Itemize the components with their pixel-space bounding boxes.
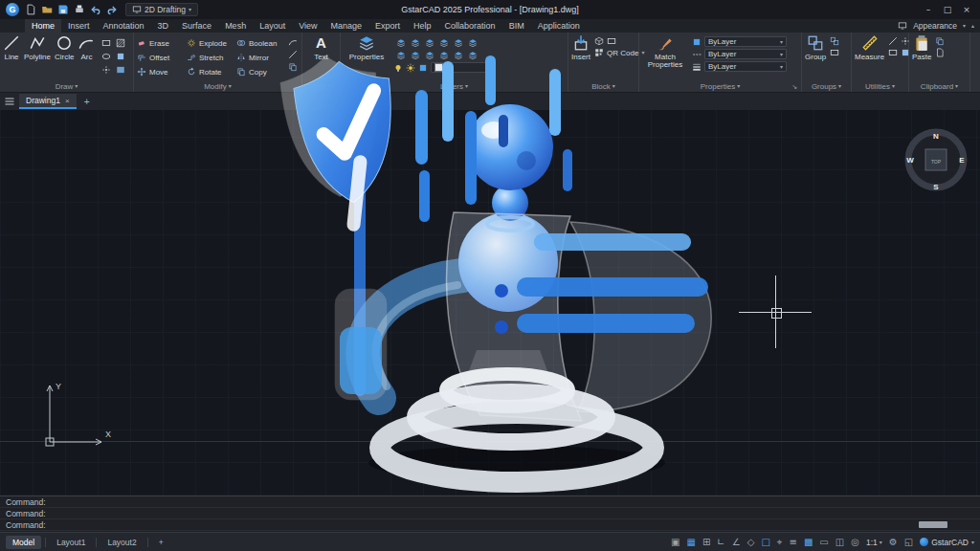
quick-select-icon[interactable]: [888, 48, 898, 57]
close-tab-icon[interactable]: ×: [65, 97, 70, 105]
layout1-tab[interactable]: Layout1: [50, 536, 92, 549]
linetype-select[interactable]: ByLayer ▾: [704, 49, 787, 59]
fillet-tool-icon[interactable]: [288, 37, 298, 47]
lineweight-icon[interactable]: [692, 62, 702, 72]
arc-tool[interactable]: Arc: [78, 34, 95, 61]
open-file-icon[interactable]: [41, 4, 53, 15]
selection-cycling-icon[interactable]: ◫: [835, 538, 844, 547]
cut-clip-icon[interactable]: [935, 48, 945, 57]
tab-surface[interactable]: Surface: [175, 19, 218, 33]
polyline-tool[interactable]: Polyline: [24, 34, 51, 61]
tab-view[interactable]: View: [292, 19, 323, 33]
dialog-launcher-icon[interactable]: ↘: [791, 83, 797, 91]
linetype-icon[interactable]: [692, 50, 702, 59]
add-layout-button[interactable]: +: [152, 536, 170, 549]
group-button[interactable]: Group: [805, 34, 826, 61]
tab-insert[interactable]: Insert: [61, 19, 97, 33]
quick-properties-icon[interactable]: ▭: [819, 538, 828, 547]
print-icon[interactable]: [74, 4, 85, 15]
tab-home[interactable]: Home: [25, 19, 61, 33]
isometric-drafting-icon[interactable]: ◇: [747, 538, 755, 547]
groups-panel-label[interactable]: Groups ▾: [805, 80, 848, 92]
model-tab[interactable]: Model: [6, 536, 41, 549]
array-tool-icon[interactable]: [288, 62, 298, 72]
maximize-button[interactable]: □: [938, 2, 957, 17]
save-icon[interactable]: [57, 4, 69, 15]
gstarcad-brand[interactable]: GstarCAD ▾: [920, 538, 974, 547]
undo-icon[interactable]: [90, 4, 101, 15]
tab-bim[interactable]: BIM: [502, 19, 531, 33]
object-color-icon[interactable]: [692, 37, 702, 47]
file-tabs-menu-icon[interactable]: [4, 96, 15, 107]
rotate-tool[interactable]: Rotate: [187, 65, 234, 78]
properties-panel-label[interactable]: Properties ▾ ↘: [642, 80, 798, 92]
layer-prev-icon[interactable]: [396, 51, 406, 60]
ellipse-tool-icon[interactable]: [101, 52, 111, 61]
layer-thaw-icon[interactable]: [454, 51, 463, 60]
polar-tracking-icon[interactable]: ∠: [732, 538, 741, 547]
layer-on-icon[interactable]: [393, 63, 403, 73]
settings-gear-icon[interactable]: ⚙: [889, 538, 898, 547]
tab-mesh[interactable]: Mesh: [218, 19, 253, 33]
gradient-tool-icon[interactable]: [116, 65, 125, 75]
document-tab-drawing1[interactable]: Drawing1 ×: [19, 94, 77, 109]
mirror-tool[interactable]: Mirror: [236, 51, 284, 64]
layer-freeze-icon[interactable]: [439, 38, 449, 48]
rectangle-tool-icon[interactable]: [101, 38, 111, 48]
copy-clip-icon[interactable]: [935, 36, 945, 46]
draw-panel-label[interactable]: Draw ▾: [3, 80, 130, 92]
distance-icon[interactable]: [888, 36, 898, 46]
copy-tool[interactable]: Copy: [236, 65, 284, 78]
hatch-tool-icon[interactable]: [116, 38, 125, 48]
layer-delete-icon[interactable]: [439, 51, 449, 60]
annotation-scale[interactable]: 1:1 ▾: [866, 538, 882, 547]
layer-thaw-sun-icon[interactable]: [406, 63, 415, 73]
transparency-icon[interactable]: ▩: [804, 538, 813, 547]
appearance-menu[interactable]: Appearance: [913, 21, 957, 31]
block-panel-label[interactable]: Block ▾: [571, 80, 635, 92]
close-button[interactable]: ×: [957, 2, 976, 17]
ortho-mode-icon[interactable]: ∟: [717, 538, 724, 547]
ribbon-collapse-icon[interactable]: ▴: [971, 23, 974, 29]
match-properties-button[interactable]: Match Properties: [642, 34, 688, 70]
tab-layout[interactable]: Layout: [253, 19, 292, 33]
tab-manage[interactable]: Manage: [324, 19, 369, 33]
offset-tool[interactable]: Offset: [137, 51, 185, 64]
layer-properties-button[interactable]: Properties: [344, 34, 390, 61]
explode-tool[interactable]: Explode: [187, 36, 234, 50]
layer-walk-icon[interactable]: [411, 51, 420, 60]
layer-unlock-icon[interactable]: [468, 51, 478, 60]
new-file-icon[interactable]: [25, 4, 36, 15]
lineweight-select[interactable]: ByLayer ▾: [704, 61, 787, 72]
gstarcad-logo[interactable]: G: [6, 3, 19, 16]
clipboard-panel-label[interactable]: Clipboard ▾: [912, 80, 967, 92]
insert-block-button[interactable]: Insert: [571, 34, 590, 61]
layer-color-icon[interactable]: [418, 63, 428, 73]
text-panel-label[interactable]: Text ▾: [305, 80, 337, 92]
layer-state-icon[interactable]: [396, 38, 406, 48]
tab-application[interactable]: Application: [531, 19, 587, 33]
tab-annotation[interactable]: Annotation: [97, 19, 151, 33]
point-tool-icon[interactable]: [101, 65, 111, 75]
minimize-button[interactable]: –: [919, 2, 938, 17]
layer-match-icon[interactable]: [468, 38, 478, 48]
move-tool[interactable]: Move: [137, 65, 185, 78]
drawing-canvas[interactable]: Y X TOP N W E S: [0, 109, 980, 496]
clean-screen-icon[interactable]: ◱: [904, 538, 913, 547]
new-drawing-tab-button[interactable]: +: [80, 97, 94, 107]
lineweight-display-icon[interactable]: ≡: [790, 538, 797, 547]
ungroup-icon[interactable]: [830, 36, 839, 46]
workspace-switcher[interactable]: 2D Drafting ▾: [125, 3, 198, 16]
object-snap-tracking-icon[interactable]: ⌖: [777, 538, 783, 547]
view-compass[interactable]: TOP N W E S: [902, 126, 969, 193]
layers-panel-label[interactable]: Layers ▾: [344, 80, 565, 92]
redo-icon[interactable]: [106, 4, 118, 15]
command-input-line[interactable]: Command:: [0, 519, 980, 531]
tab-3d[interactable]: 3D: [151, 19, 176, 33]
tab-collaboration[interactable]: Collaboration: [438, 19, 502, 33]
layer-isolate-icon[interactable]: [411, 38, 420, 48]
stretch-tool[interactable]: Stretch: [187, 51, 234, 64]
layer-select[interactable]: 0 ▾: [431, 62, 492, 73]
line-tool[interactable]: Line: [3, 34, 20, 61]
snap-mode-icon[interactable]: ⊞: [702, 538, 710, 547]
